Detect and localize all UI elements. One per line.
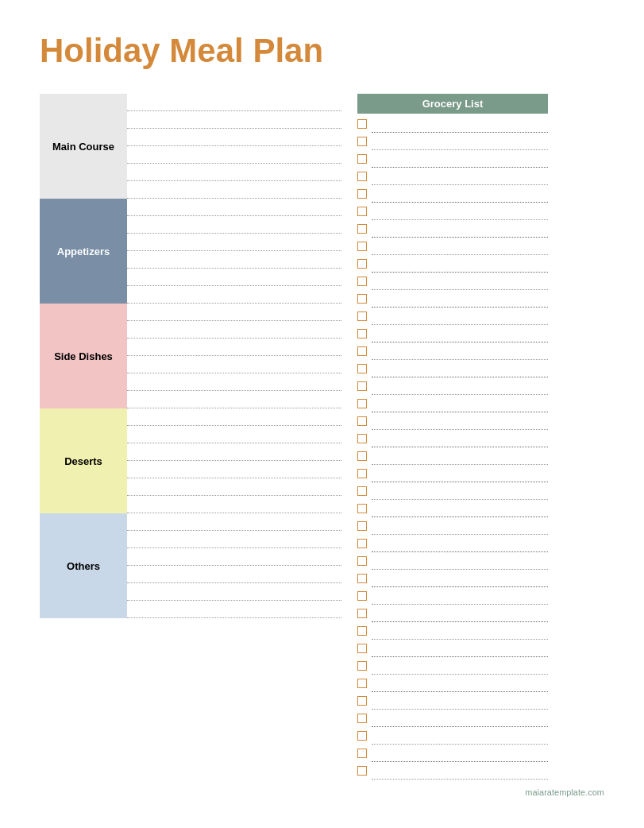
grocery-checkbox[interactable] xyxy=(357,311,367,321)
grocery-checkbox[interactable] xyxy=(357,451,367,461)
meal-line[interactable] xyxy=(127,373,341,391)
meal-line[interactable] xyxy=(127,111,341,129)
meal-line[interactable] xyxy=(127,583,341,601)
grocery-checkbox[interactable] xyxy=(357,189,367,199)
meal-line[interactable] xyxy=(127,339,341,356)
meal-line[interactable] xyxy=(127,304,341,321)
grocery-item-line[interactable] xyxy=(372,587,548,605)
grocery-checkbox[interactable] xyxy=(357,731,367,741)
grocery-item-line[interactable] xyxy=(372,535,548,552)
meal-line[interactable] xyxy=(127,531,341,548)
meal-line[interactable] xyxy=(127,601,341,618)
grocery-item-line[interactable] xyxy=(372,727,548,745)
grocery-item-line[interactable] xyxy=(372,762,548,780)
grocery-item-line[interactable] xyxy=(372,622,548,640)
grocery-checkbox[interactable] xyxy=(357,539,367,548)
grocery-checkbox[interactable] xyxy=(357,224,367,234)
meal-line[interactable] xyxy=(127,513,341,531)
grocery-checkbox[interactable] xyxy=(357,416,367,426)
grocery-checkbox[interactable] xyxy=(357,172,367,181)
meal-line[interactable] xyxy=(127,251,341,269)
meal-line[interactable] xyxy=(127,94,341,111)
meal-line[interactable] xyxy=(127,496,341,513)
meal-line[interactable] xyxy=(127,391,341,408)
meal-line[interactable] xyxy=(127,216,341,234)
grocery-item-line[interactable] xyxy=(372,675,548,692)
grocery-item-line[interactable] xyxy=(372,342,548,360)
meal-line[interactable] xyxy=(127,164,341,181)
meal-line[interactable] xyxy=(127,426,341,443)
grocery-checkbox[interactable] xyxy=(357,504,367,513)
grocery-item-line[interactable] xyxy=(372,290,548,308)
grocery-checkbox[interactable] xyxy=(357,364,367,373)
grocery-item-line[interactable] xyxy=(372,412,548,430)
grocery-checkbox[interactable] xyxy=(357,434,367,443)
grocery-checkbox[interactable] xyxy=(357,766,367,776)
grocery-item-line[interactable] xyxy=(372,325,548,342)
grocery-item-line[interactable] xyxy=(372,570,548,587)
grocery-item-line[interactable] xyxy=(372,115,548,133)
grocery-checkbox[interactable] xyxy=(357,644,367,653)
grocery-checkbox[interactable] xyxy=(357,696,367,706)
grocery-checkbox[interactable] xyxy=(357,486,367,496)
grocery-item-line[interactable] xyxy=(372,377,548,395)
grocery-item-line[interactable] xyxy=(372,430,548,447)
grocery-checkbox[interactable] xyxy=(357,119,367,129)
grocery-checkbox[interactable] xyxy=(357,469,367,478)
meal-line[interactable] xyxy=(127,321,341,339)
grocery-item-line[interactable] xyxy=(372,238,548,255)
meal-line[interactable] xyxy=(127,461,341,478)
grocery-checkbox[interactable] xyxy=(357,749,367,758)
grocery-checkbox[interactable] xyxy=(357,626,367,636)
grocery-item-line[interactable] xyxy=(372,220,548,238)
grocery-checkbox[interactable] xyxy=(357,661,367,671)
grocery-checkbox[interactable] xyxy=(357,154,367,164)
meal-line[interactable] xyxy=(127,548,341,566)
grocery-checkbox[interactable] xyxy=(357,277,367,286)
grocery-checkbox[interactable] xyxy=(357,609,367,618)
grocery-item-line[interactable] xyxy=(372,150,548,168)
grocery-item-line[interactable] xyxy=(372,745,548,762)
grocery-checkbox[interactable] xyxy=(357,521,367,531)
grocery-checkbox[interactable] xyxy=(357,137,367,146)
meal-line[interactable] xyxy=(127,199,341,216)
grocery-checkbox[interactable] xyxy=(357,399,367,408)
grocery-checkbox[interactable] xyxy=(357,207,367,216)
meal-line[interactable] xyxy=(127,181,341,199)
grocery-item-line[interactable] xyxy=(372,552,548,570)
grocery-item-line[interactable] xyxy=(372,185,548,203)
grocery-checkbox[interactable] xyxy=(357,679,367,688)
meal-line[interactable] xyxy=(127,129,341,146)
grocery-item-line[interactable] xyxy=(372,500,548,517)
grocery-item-line[interactable] xyxy=(372,517,548,535)
grocery-item-line[interactable] xyxy=(372,465,548,482)
grocery-item-line[interactable] xyxy=(372,640,548,657)
grocery-checkbox[interactable] xyxy=(357,381,367,391)
grocery-item-line[interactable] xyxy=(372,395,548,412)
meal-line[interactable] xyxy=(127,478,341,496)
grocery-checkbox[interactable] xyxy=(357,329,367,339)
grocery-item-line[interactable] xyxy=(372,308,548,325)
grocery-item-line[interactable] xyxy=(372,360,548,377)
meal-line[interactable] xyxy=(127,234,341,251)
grocery-checkbox[interactable] xyxy=(357,259,367,269)
grocery-checkbox[interactable] xyxy=(357,346,367,356)
grocery-checkbox[interactable] xyxy=(357,294,367,304)
meal-line[interactable] xyxy=(127,356,341,373)
meal-line[interactable] xyxy=(127,146,341,164)
grocery-item-line[interactable] xyxy=(372,133,548,150)
grocery-checkbox[interactable] xyxy=(357,714,367,723)
grocery-item-line[interactable] xyxy=(372,605,548,622)
grocery-item-line[interactable] xyxy=(372,710,548,727)
grocery-item-line[interactable] xyxy=(372,203,548,220)
grocery-checkbox[interactable] xyxy=(357,591,367,601)
grocery-item-line[interactable] xyxy=(372,447,548,465)
meal-line[interactable] xyxy=(127,408,341,426)
grocery-item-line[interactable] xyxy=(372,168,548,185)
grocery-item-line[interactable] xyxy=(372,273,548,290)
grocery-checkbox[interactable] xyxy=(357,556,367,566)
meal-line[interactable] xyxy=(127,286,341,304)
grocery-checkbox[interactable] xyxy=(357,242,367,251)
meal-line[interactable] xyxy=(127,443,341,461)
grocery-item-line[interactable] xyxy=(372,692,548,710)
